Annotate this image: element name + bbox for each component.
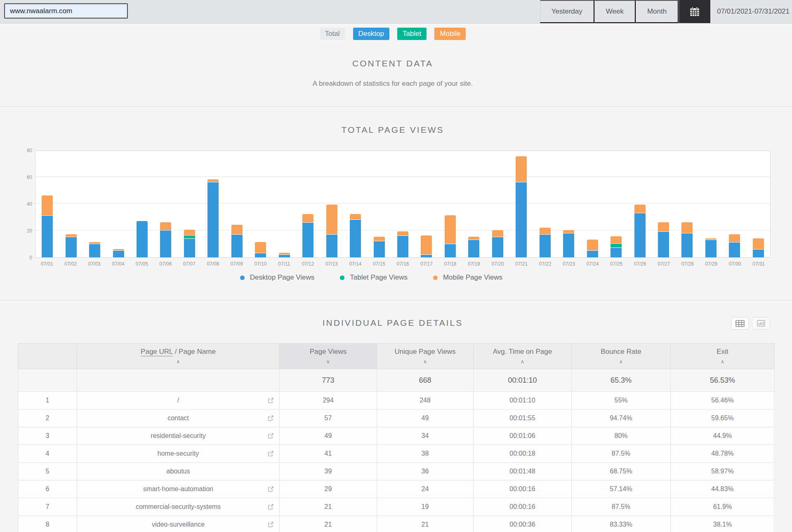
page-name-cell-value: aboutus	[167, 468, 190, 475]
header-unique-views[interactable]: Unique Page Views ∧	[377, 344, 474, 369]
page-name-label: / Page Name	[173, 348, 216, 355]
sort-asc-icon: ∧	[77, 359, 279, 365]
summary-unique-views: 668	[377, 369, 474, 392]
x-tick-label: 07/26	[628, 261, 652, 267]
summary-exit: 56.53%	[671, 369, 775, 392]
bar-segment-mobile	[634, 205, 646, 213]
page-views-label: Page Views	[310, 348, 346, 355]
bar-column-07-13	[320, 151, 343, 257]
x-tick-label: 07/07	[177, 261, 201, 267]
x-tick-label: 07/05	[130, 261, 154, 267]
calendar-button[interactable]	[679, 0, 710, 23]
external-link-icon[interactable]	[267, 397, 274, 404]
filter-desktop-button[interactable]: Desktop	[353, 28, 389, 40]
page-views-cell-value: 21	[325, 503, 332, 510]
bar-column-07-18	[438, 151, 462, 257]
bar-segment-desktop	[516, 182, 527, 257]
page-name-cell: contact	[77, 410, 280, 427]
bounce-rate-cell: 83.33%	[572, 516, 671, 532]
range-week-button[interactable]: Week	[594, 0, 636, 23]
bar-segment-mobile	[113, 249, 124, 250]
exit-cell: 61.9%	[671, 498, 775, 516]
bar-segment-mobile	[207, 179, 219, 182]
external-link-icon[interactable]	[267, 433, 274, 439]
page-name-cell: video-surveillance	[77, 516, 280, 532]
bar-segment-desktop	[302, 223, 314, 258]
x-tick-label: 07/01	[35, 261, 59, 267]
filter-mobile-button[interactable]: Mobile	[434, 28, 466, 40]
legend-item-tablet: Tablet Page Views	[340, 273, 408, 282]
bar-stack	[540, 228, 551, 258]
bar-segment-mobile	[563, 230, 574, 233]
table-row: 7commercial-security-systems211900:00:16…	[18, 498, 775, 516]
range-month-button[interactable]: Month	[636, 0, 679, 23]
unique-views-cell-value: 24	[422, 485, 429, 492]
bar-column-07-14	[344, 151, 367, 257]
bar-segment-mobile	[66, 234, 77, 237]
bar-segment-desktop	[42, 216, 53, 257]
filter-total-button[interactable]: Total	[320, 28, 345, 40]
bar-segment-desktop	[113, 251, 124, 257]
header-bounce-rate[interactable]: Bounce Rate ∧	[572, 344, 671, 369]
x-tick-label: 07/02	[59, 261, 83, 267]
url-input[interactable]	[4, 3, 128, 19]
bar-stack	[563, 230, 574, 257]
avg-time-cell: 00:01:48	[474, 463, 572, 480]
bar-column-07-26	[628, 151, 651, 257]
bar-stack	[137, 221, 148, 257]
x-tick-label: 07/03	[82, 261, 106, 267]
summary-rank-cell	[18, 369, 77, 392]
x-tick-label: 07/31	[747, 261, 771, 267]
bar-segment-desktop	[705, 240, 717, 257]
bar-segment-desktop	[563, 233, 574, 258]
exit-cell-value: 44.83%	[711, 485, 733, 492]
bar-column-07-17	[415, 151, 438, 257]
table-grid-icon	[735, 320, 745, 327]
bar-segment-tablet	[184, 235, 195, 238]
external-link-icon[interactable]	[267, 504, 274, 510]
table-row: 4home-security413800:00:1887.5%48.78%	[18, 445, 775, 463]
chart-view-button[interactable]	[752, 317, 770, 330]
exit-cell-value: 61.9%	[713, 503, 732, 510]
summary-page-cell	[77, 369, 280, 392]
filter-tablet-button[interactable]: Tablet	[397, 28, 427, 40]
header-exit[interactable]: Exit ∧	[671, 344, 775, 369]
bar-segment-mobile	[302, 214, 314, 222]
avg-time-cell-value: 00:00:36	[509, 521, 535, 528]
avg-time-cell: 00:00:16	[474, 480, 572, 498]
view-toggle-group	[731, 317, 770, 330]
bar-segment-mobile	[160, 222, 171, 231]
external-link-icon[interactable]	[267, 521, 274, 528]
header-page-url[interactable]: Page URL / Page Name ∧	[77, 344, 280, 369]
header-avg-time[interactable]: Avg. Time on Page ∧	[474, 344, 572, 369]
page-url-sort-link[interactable]: Page URL	[141, 348, 173, 356]
bar-stack	[279, 253, 290, 257]
bounce-rate-cell-value: 57.14%	[610, 485, 632, 492]
bar-segment-mobile	[540, 228, 551, 234]
legend-item-mobile: Mobile Page Views	[433, 273, 502, 282]
external-link-icon[interactable]	[267, 450, 274, 457]
bar-stack	[705, 238, 717, 258]
bar-segment-mobile	[184, 230, 195, 235]
page-name-cell-value: video-surveillance	[152, 521, 205, 528]
bar-column-07-24	[580, 151, 604, 257]
bar-segment-desktop	[729, 242, 740, 257]
avg-time-cell-value: 00:01:06	[509, 432, 535, 439]
bar-segment-mobile	[42, 195, 53, 216]
header-page-views[interactable]: Page Views ∨	[280, 344, 377, 369]
avg-time-cell-value: 00:00:18	[509, 450, 535, 457]
rank-cell: 3	[18, 427, 77, 445]
range-yesterday-button[interactable]: Yesterday	[540, 0, 594, 23]
external-link-icon[interactable]	[267, 415, 274, 421]
external-link-icon[interactable]	[267, 486, 274, 492]
x-tick-label: 07/23	[557, 261, 581, 267]
page-name-cell: /	[77, 392, 280, 410]
exit-cell: 38.1%	[671, 516, 775, 532]
table-header-row: Page URL / Page Name ∧ Page Views ∨ Uniq…	[18, 344, 775, 369]
unique-views-cell-value: 34	[422, 432, 429, 439]
page-name-cell-value: smart-home-automation	[143, 485, 213, 492]
page-details-table: Page URL / Page Name ∧ Page Views ∨ Uniq…	[18, 343, 775, 532]
table-view-button[interactable]	[731, 317, 749, 330]
legend-dot-icon	[240, 275, 245, 280]
bar-stack	[610, 236, 622, 257]
